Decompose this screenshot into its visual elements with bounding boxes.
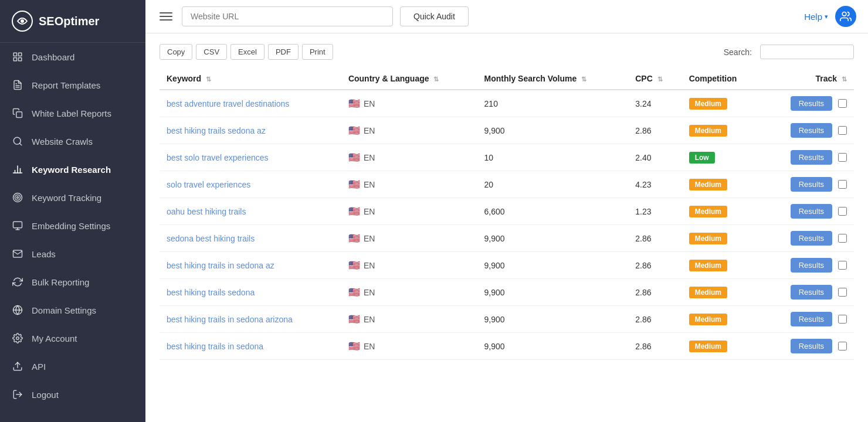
sort-icon-track[interactable]: ⇅ bbox=[842, 76, 847, 83]
col-country: Country & Language ⇅ bbox=[341, 68, 477, 90]
csv-button[interactable]: CSV bbox=[196, 44, 227, 60]
results-button-2[interactable]: Results bbox=[791, 150, 832, 165]
help-button[interactable]: Help ▾ bbox=[804, 12, 828, 22]
logo-area: SEOptimer bbox=[0, 0, 145, 43]
col-keyword: Keyword ⇅ bbox=[160, 68, 341, 90]
track-checkbox-8[interactable] bbox=[838, 315, 847, 324]
cell-track-8: Results bbox=[762, 306, 854, 333]
target-icon bbox=[12, 192, 23, 203]
results-button-1[interactable]: Results bbox=[791, 123, 832, 138]
track-checkbox-3[interactable] bbox=[838, 180, 847, 189]
sidebar-item-keyword-tracking[interactable]: Keyword Tracking bbox=[0, 183, 145, 212]
sort-icon-cpc[interactable]: ⇅ bbox=[657, 76, 663, 83]
sidebar-item-white-label-reports[interactable]: White Label Reports bbox=[0, 99, 145, 127]
cell-keyword-6: best hiking trails in sedona az bbox=[160, 252, 341, 279]
pdf-button[interactable]: PDF bbox=[268, 44, 299, 60]
cell-country-4: 🇺🇸 EN bbox=[341, 198, 477, 225]
results-button-9[interactable]: Results bbox=[791, 339, 832, 353]
track-checkbox-9[interactable] bbox=[838, 342, 847, 350]
url-input[interactable] bbox=[182, 6, 393, 26]
track-checkbox-0[interactable] bbox=[838, 99, 847, 108]
cell-cpc-0: 3.24 bbox=[628, 90, 681, 117]
cell-country-7: 🇺🇸 EN bbox=[341, 279, 477, 306]
results-button-6[interactable]: Results bbox=[791, 258, 832, 273]
cell-keyword-4: oahu best hiking trails bbox=[160, 198, 341, 225]
sidebar-item-report-templates[interactable]: Report Templates bbox=[0, 71, 145, 99]
nav-list: Dashboard Report Templates White Label R… bbox=[0, 43, 145, 409]
cell-competition-8: Medium bbox=[682, 306, 762, 333]
sidebar-item-bulk-reporting[interactable]: Bulk Reporting bbox=[0, 268, 145, 296]
refresh-icon bbox=[12, 276, 23, 288]
track-checkbox-7[interactable] bbox=[838, 288, 847, 297]
track-checkbox-5[interactable] bbox=[838, 234, 847, 243]
svg-rect-5 bbox=[13, 58, 16, 61]
search-input[interactable] bbox=[760, 45, 854, 59]
hamburger-button[interactable] bbox=[157, 10, 175, 23]
sort-icon-country[interactable]: ⇅ bbox=[433, 76, 439, 83]
quick-audit-button[interactable]: Quick Audit bbox=[400, 6, 469, 26]
sidebar-item-dashboard[interactable]: Dashboard bbox=[0, 43, 145, 71]
sidebar-item-my-account[interactable]: My Account bbox=[0, 324, 145, 352]
sidebar-label-logout: Logout bbox=[32, 390, 59, 400]
competition-badge-2: Low bbox=[689, 152, 715, 164]
results-button-4[interactable]: Results bbox=[791, 204, 832, 219]
language-1: EN bbox=[364, 126, 375, 135]
print-button[interactable]: Print bbox=[302, 44, 333, 60]
track-checkbox-6[interactable] bbox=[838, 261, 847, 270]
sidebar-label-dashboard: Dashboard bbox=[32, 52, 74, 62]
competition-badge-3: Medium bbox=[689, 179, 727, 190]
sidebar-item-domain-settings[interactable]: Domain Settings bbox=[0, 296, 145, 324]
track-checkbox-1[interactable] bbox=[838, 126, 847, 135]
sidebar-item-keyword-research[interactable]: Keyword Research bbox=[0, 155, 145, 183]
results-button-3[interactable]: Results bbox=[791, 177, 832, 192]
language-0: EN bbox=[364, 99, 375, 108]
flag-icon-7: 🇺🇸 bbox=[348, 287, 360, 298]
competition-badge-9: Medium bbox=[689, 341, 727, 352]
cell-keyword-8: best hiking trails in sedona arizona bbox=[160, 306, 341, 333]
cell-volume-9: 9,900 bbox=[477, 333, 629, 360]
sidebar-item-logout[interactable]: Logout bbox=[0, 380, 145, 409]
svg-point-16 bbox=[15, 195, 21, 200]
cell-track-6: Results bbox=[762, 252, 854, 279]
cell-cpc-1: 2.86 bbox=[628, 117, 681, 144]
sidebar-label-report-templates: Report Templates bbox=[32, 80, 100, 90]
sidebar-item-website-crawls[interactable]: Website Crawls bbox=[0, 127, 145, 155]
sidebar-item-leads[interactable]: Leads bbox=[0, 240, 145, 268]
settings-icon bbox=[12, 332, 23, 344]
cell-cpc-4: 1.23 bbox=[628, 198, 681, 225]
table-row: best adventure travel destinations 🇺🇸 EN… bbox=[160, 90, 854, 117]
logo-text: SEOptimer bbox=[39, 15, 99, 28]
track-checkbox-4[interactable] bbox=[838, 207, 847, 216]
track-checkbox-2[interactable] bbox=[838, 153, 847, 162]
results-button-7[interactable]: Results bbox=[791, 285, 832, 300]
svg-point-1 bbox=[21, 19, 24, 23]
sort-icon-volume[interactable]: ⇅ bbox=[581, 76, 586, 83]
svg-rect-2 bbox=[13, 53, 16, 56]
globe-icon bbox=[12, 304, 23, 316]
flag-icon-6: 🇺🇸 bbox=[348, 260, 360, 271]
bar-chart-icon bbox=[12, 164, 23, 175]
results-button-8[interactable]: Results bbox=[791, 312, 832, 326]
cell-volume-6: 9,900 bbox=[477, 252, 629, 279]
sidebar-item-embedding-settings[interactable]: Embedding Settings bbox=[0, 212, 145, 240]
results-button-0[interactable]: Results bbox=[791, 96, 832, 111]
table-row: best hiking trails in sedona arizona 🇺🇸 … bbox=[160, 306, 854, 333]
table-row: solo travel experiences 🇺🇸 EN 20 4.23 Me… bbox=[160, 171, 854, 198]
page-content: Copy CSV Excel PDF Print Search: Keyword… bbox=[145, 33, 868, 422]
language-5: EN bbox=[364, 234, 375, 243]
sidebar-label-api: API bbox=[32, 362, 46, 372]
cell-cpc-3: 4.23 bbox=[628, 171, 681, 198]
cell-competition-9: Medium bbox=[682, 333, 762, 360]
cell-volume-4: 6,600 bbox=[477, 198, 629, 225]
top-header: Quick Audit Help ▾ bbox=[145, 0, 868, 33]
results-button-5[interactable]: Results bbox=[791, 231, 832, 246]
table-row: oahu best hiking trails 🇺🇸 EN 6,600 1.23… bbox=[160, 198, 854, 225]
logo-icon bbox=[12, 11, 33, 32]
copy-button[interactable]: Copy bbox=[160, 44, 192, 60]
user-avatar[interactable] bbox=[835, 6, 856, 27]
excel-button[interactable]: Excel bbox=[230, 44, 265, 60]
sidebar-item-api[interactable]: API bbox=[0, 352, 145, 380]
language-2: EN bbox=[364, 153, 375, 162]
sort-icon-keyword[interactable]: ⇅ bbox=[206, 76, 211, 83]
sidebar-label-white-label-reports: White Label Reports bbox=[32, 108, 111, 118]
